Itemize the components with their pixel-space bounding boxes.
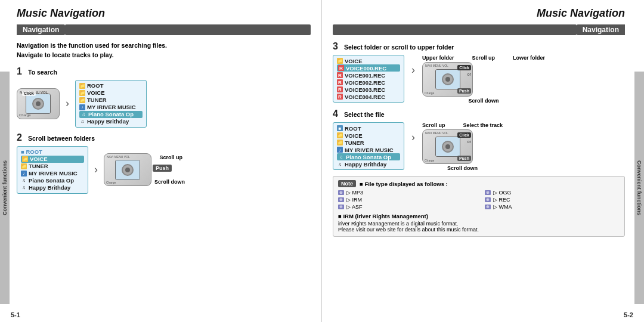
step4-row: ■ ROOT 📁 VOICE 📁 TUNER ♪ MY IRIVER MUSIC… <box>333 122 625 171</box>
step1-header: 1 To search <box>17 66 311 77</box>
file-item: ♪ MY IRIVER MUSIC <box>21 170 84 177</box>
push-label-4: Push <box>457 156 471 161</box>
file-item-selected: R VOICE000.REC <box>337 64 400 72</box>
step4-header: 4 Select the file <box>333 109 625 119</box>
right-page-title: Music Navigation <box>333 7 625 20</box>
note-header: Note ■ File type displayed as follows : <box>338 180 620 187</box>
nav-bar-right: Navigation <box>333 24 625 35</box>
file-item: ■ ROOT <box>21 148 84 156</box>
root-icon: ■ <box>337 125 343 131</box>
device-step2: NAVI MENU VOL Charge Scroll up <box>104 153 151 186</box>
step2-header: 2 Scroll between folders <box>17 132 311 143</box>
note-irm: ⊕ ▷ IRM <box>338 197 473 203</box>
file-item: R VOICE003.REC <box>337 86 400 93</box>
folder-icon: 📁 <box>337 132 343 138</box>
rec-icon: R <box>337 86 343 92</box>
step3-header: 3 Select folder or scroll to upper folde… <box>333 41 625 52</box>
arrow-2: › <box>94 163 98 176</box>
file-item: 📁 ROOT <box>79 82 143 89</box>
file-item: 📁 VOICE <box>337 132 400 139</box>
music-icon: ♫ <box>80 112 86 117</box>
file-item: 📁 TUNER <box>337 139 400 146</box>
note-rec: ⊕ ▷ REC <box>485 197 620 203</box>
file-item-selected: 📁 VOICE <box>21 156 84 163</box>
irm-title: ■ IRM (iriver Rights Management) <box>338 213 620 219</box>
right-page: Convenient functions Music Navigation Na… <box>322 0 644 322</box>
nav-label-left: Navigation <box>17 24 65 35</box>
file-item: ♪ MY IRIVER MUSIC <box>337 146 400 153</box>
file-item: 📁 VOICE <box>79 89 143 97</box>
music-icon: ♪ <box>21 171 27 177</box>
click-label-3: Click <box>457 65 471 70</box>
note-mp3: ⊕ ▷ MP3 <box>338 190 473 196</box>
scroll-down-label-3: Scroll down <box>422 98 545 104</box>
nav-bar-left: Navigation <box>17 24 311 35</box>
arrow-4: › <box>411 131 415 144</box>
sidebar-label-right: Convenient functions <box>636 160 642 215</box>
file-item: R VOICE004.REC <box>337 93 400 100</box>
note-ogg: ⊕ ▷ OGG <box>485 190 620 196</box>
sidebar-left: Convenient functions <box>0 72 10 304</box>
device-step3-wrapper: Upper folder Scroll up Lower folder NAVI… <box>422 55 545 104</box>
folder-icon: 📁 <box>22 156 28 162</box>
file-list-2: ■ ROOT 📁 VOICE 📁 TUNER ♪ MY IRIVER MUSIC… <box>17 146 88 194</box>
device-body-3: NAVI MENU VOL Click or <box>422 62 473 97</box>
note-asf: ⊕ ▷ ASF <box>338 204 473 210</box>
left-page: Convenient functions Music Navigation Na… <box>0 0 322 322</box>
note-bullet: ■ File type displayed as follows : <box>360 181 448 187</box>
folder-icon: 📁 <box>337 140 343 145</box>
music-icon: ♫ <box>21 185 27 191</box>
navi-label-2: NAVI MENU VOL <box>107 155 130 159</box>
device-screen-1 <box>26 94 51 114</box>
device-step3: NAVI MENU VOL Click or <box>422 62 473 97</box>
folder-icon: 📁 <box>21 163 27 169</box>
left-page-title: Music Navigation <box>17 7 311 20</box>
scroll-down-label-2: Scroll down <box>154 179 185 185</box>
scroll-up-label-2: Scroll up <box>159 154 182 160</box>
charge-label-2: Charge <box>106 181 116 184</box>
click-label-4: Click <box>457 132 471 138</box>
note-grid: ⊕ ▷ MP3 ⊕ ▷ OGG ⊕ ▷ IRM ⊕ ▷ REC ⊕ ▷ AS <box>338 190 620 210</box>
folder-icon: 📁 <box>337 58 343 64</box>
irm-desc1: iriver Rights Management is a digital mu… <box>338 221 620 227</box>
file-item-selected: ♫ Piano Sonata Op <box>337 153 400 160</box>
page-number-right: 5-2 <box>624 311 633 318</box>
music-icon: ♫ <box>79 119 85 125</box>
rec-icon: R <box>337 79 343 85</box>
step4-section: 4 Select the file ■ ROOT 📁 VOICE 📁 TUNER… <box>333 109 625 171</box>
navi-label-3: NAVI MENU VOL <box>425 64 448 67</box>
device-step4: NAVI MENU VOL Click or Push <box>422 129 473 164</box>
step1-row: NAVI MENU VOL Click Charge › 📁 ROOT <box>17 80 311 128</box>
file-item: ♫ Happy Brithday <box>337 160 400 168</box>
file-item: ♫ Happy Brithday <box>21 184 84 191</box>
folder-icon: 📁 <box>79 97 85 103</box>
file-item: 📁 VOICE <box>337 57 400 64</box>
or-label-4: or <box>467 140 471 144</box>
navi-label-4: NAVI MENU VOL <box>425 131 448 135</box>
file-item: ♫ Piano Sonata Op <box>21 177 84 184</box>
sidebar-label-left: Convenient functions <box>2 160 8 215</box>
music-icon: ♪ <box>337 147 343 153</box>
device-body-4: NAVI MENU VOL Click or Push <box>422 129 473 164</box>
step2-row: ■ ROOT 📁 VOICE 📁 TUNER ♪ MY IRIVER MUSIC… <box>17 146 311 194</box>
rec-icon: R <box>338 65 344 71</box>
step4-top-labels: Scroll up Select the track <box>422 122 503 128</box>
device-screen-2 <box>115 160 140 180</box>
device-body-2: NAVI MENU VOL Charge <box>104 153 151 186</box>
scroll-down-label-4: Scroll down <box>422 165 503 171</box>
push-label-3: Push <box>457 88 471 94</box>
intro-text: Navigation is the function used for sear… <box>17 41 311 60</box>
sidebar-right: Convenient functions <box>634 72 644 304</box>
file-item: 📁 TUNER <box>21 163 84 170</box>
device-step1: NAVI MENU VOL Click Charge <box>17 88 60 119</box>
step3-row: 📁 VOICE R VOICE000.REC R VOICE001.REC R … <box>333 55 625 104</box>
arrow-1: › <box>66 97 69 110</box>
device-body-1: NAVI MENU VOL Click Charge <box>17 88 60 119</box>
device-screen-4 <box>435 137 460 157</box>
music-icon: ♫ <box>337 161 343 167</box>
push-label-2: Push <box>153 164 172 171</box>
or-label-3: or <box>467 72 471 76</box>
folder-icon: 📁 <box>79 83 85 89</box>
file-list-4: ■ ROOT 📁 VOICE 📁 TUNER ♪ MY IRIVER MUSIC… <box>333 122 404 170</box>
note-title: Note <box>338 180 356 187</box>
